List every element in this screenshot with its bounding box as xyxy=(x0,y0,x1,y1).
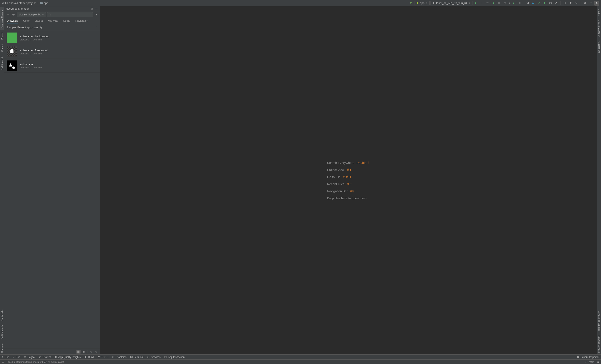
history-icon[interactable] xyxy=(548,1,553,6)
svg-rect-4 xyxy=(519,2,521,4)
svg-rect-25 xyxy=(98,357,100,357)
svg-point-1 xyxy=(493,2,494,4)
push-icon[interactable] xyxy=(542,1,547,6)
resource-item[interactable]: ic_launcher_background Drawable | 1 vers… xyxy=(4,31,100,45)
section-header[interactable]: Sample_Project.app.main (3) ⌃ xyxy=(4,24,100,31)
rail-device-manager[interactable]: Device Manager xyxy=(597,18,601,38)
hint-label: Search Everywhere xyxy=(327,161,354,165)
breadcrumb-project[interactable]: kotlin-android-starter-project xyxy=(2,1,36,5)
filter-icon[interactable] xyxy=(94,12,98,17)
bottom-app-inspection[interactable]: App Inspection xyxy=(164,356,184,359)
hint-shortcut: ⌘E xyxy=(347,182,352,186)
list-view-icon[interactable]: ☰ xyxy=(76,350,80,354)
minimize-icon[interactable]: — xyxy=(94,7,98,11)
add-icon[interactable]: ＋ xyxy=(6,12,10,17)
android-icon xyxy=(416,2,419,4)
chevron-down-icon[interactable]: ▼ xyxy=(508,2,511,4)
stop-button[interactable] xyxy=(517,1,522,6)
rail-build-variants[interactable]: Build Variants xyxy=(0,324,4,341)
resource-item[interactable]: sudoimage Drawable | 1 version xyxy=(4,59,100,73)
settings-icon[interactable] xyxy=(589,1,593,6)
avd-manager-icon[interactable] xyxy=(562,1,567,6)
resource-name: ic_launcher_foreground xyxy=(20,49,48,52)
sdk-manager-icon[interactable] xyxy=(568,1,573,6)
rail-resource-manager[interactable]: Resource Manager xyxy=(0,7,4,30)
git-branch[interactable]: main xyxy=(585,360,594,363)
bottom-layout-inspector[interactable]: Layout Inspector xyxy=(577,356,599,359)
svg-point-21 xyxy=(40,356,41,358)
svg-rect-23 xyxy=(98,356,100,357)
tab-layout[interactable]: Layout xyxy=(35,18,43,24)
zoom-out-icon[interactable]: ⊖ xyxy=(89,350,93,354)
rail-gradle[interactable]: Gradle xyxy=(597,7,601,17)
bottom-terminal[interactable]: Terminal xyxy=(130,356,143,359)
apply-code-changes-icon[interactable] xyxy=(485,1,490,6)
rail-running-devices[interactable]: Running Devices xyxy=(597,334,601,354)
bottom-todo[interactable]: TODO xyxy=(98,356,108,359)
run-button[interactable] xyxy=(473,1,478,6)
editor-area[interactable]: Search EverywhereDouble ⇧ Project View⌘1… xyxy=(100,6,597,354)
rail-structure[interactable]: Structure xyxy=(0,342,4,354)
resource-thumbnail xyxy=(7,47,17,57)
tab-mipmap[interactable]: Mip Map xyxy=(48,18,58,24)
rail-commit[interactable]: Commit xyxy=(0,42,4,53)
rail-project[interactable]: Project xyxy=(0,31,4,41)
bottom-profiler[interactable]: Profiler xyxy=(39,356,51,359)
user-icon[interactable] xyxy=(594,1,599,6)
status-message: Failed to start monitoring emulator-5554… xyxy=(7,361,64,363)
bottom-logcat[interactable]: Logcat xyxy=(24,356,35,359)
bottom-services[interactable]: Services xyxy=(147,356,160,359)
zoom-in-icon[interactable]: ⊕ xyxy=(94,350,98,354)
right-tool-rail: Gradle Device Manager Notifications Devi… xyxy=(597,6,601,354)
run-config-label: app xyxy=(420,1,424,5)
coverage-icon[interactable] xyxy=(497,1,502,6)
app-links-icon[interactable] xyxy=(574,1,579,6)
hint-shortcut: ⌘1 xyxy=(346,168,351,172)
sync-gradle-icon[interactable] xyxy=(408,1,413,6)
attach-debugger-icon[interactable] xyxy=(511,1,516,6)
profile-icon[interactable] xyxy=(502,1,508,6)
resource-name: sudoimage xyxy=(20,63,42,66)
breadcrumb-module[interactable]: app xyxy=(44,1,48,5)
rail-bookmarks[interactable]: Bookmarks xyxy=(0,308,4,323)
rail-pull-requests[interactable]: Pull Requests xyxy=(0,54,4,72)
gear-icon[interactable]: ⚙ xyxy=(90,7,94,11)
chevron-down-icon: ▼ xyxy=(42,14,44,16)
hint-label: Recent Files xyxy=(327,182,344,186)
hint-shortcut: ⌘↑ xyxy=(350,189,355,193)
bottom-build[interactable]: Build xyxy=(84,356,94,359)
resource-tabs: Drawable Color Layout Mip Map String Nav… xyxy=(4,18,100,24)
svg-point-11 xyxy=(591,3,591,4)
tab-string[interactable]: String xyxy=(63,18,70,24)
module-selector[interactable]: Module: Sample_P... ▼ xyxy=(17,12,46,17)
svg-point-3 xyxy=(513,2,514,4)
bottom-run[interactable]: Run xyxy=(12,356,20,359)
panel-header: Resource Manager ⚙ — xyxy=(4,6,100,11)
status-icon[interactable] xyxy=(2,361,4,363)
rail-notifications[interactable]: Notifications xyxy=(597,39,601,55)
drop-hint: Drop files here to open them xyxy=(327,196,366,200)
bottom-app-quality[interactable]: App Quality Insights xyxy=(54,356,80,359)
grid-view-icon[interactable]: ⊞ xyxy=(81,350,86,354)
apply-changes-icon[interactable] xyxy=(479,1,484,6)
empty-state: Search EverywhereDouble ⇧ Project View⌘1… xyxy=(327,161,370,200)
chevron-right-icon: 〉 xyxy=(37,1,39,5)
rail-device-file-explorer[interactable]: Device File Explorer xyxy=(597,309,601,333)
debug-button[interactable] xyxy=(491,1,496,6)
bottom-git[interactable]: Git xyxy=(2,356,9,359)
rollback-icon[interactable] xyxy=(554,1,559,6)
run-config-selector[interactable]: app ▼ xyxy=(414,1,430,5)
more-icon[interactable]: ⋮ xyxy=(96,19,98,22)
refresh-icon[interactable]: ⟲ xyxy=(11,12,15,17)
device-selector[interactable]: Pixel_3a_API_33_x86_64 ▼ xyxy=(431,1,473,5)
search-everywhere-icon[interactable] xyxy=(583,1,588,6)
update-project-icon[interactable] xyxy=(531,1,535,6)
tab-navigation[interactable]: Navigation xyxy=(75,18,88,24)
tab-drawable[interactable]: Drawable xyxy=(7,18,18,24)
bottom-problems[interactable]: Problems xyxy=(112,356,126,359)
search-input[interactable] xyxy=(47,12,93,17)
commit-icon[interactable] xyxy=(536,1,541,6)
resource-item[interactable]: ic_launcher_foreground Drawable | 1 vers… xyxy=(4,45,100,59)
tab-color[interactable]: Color xyxy=(23,18,30,24)
lock-icon[interactable] xyxy=(597,361,599,363)
